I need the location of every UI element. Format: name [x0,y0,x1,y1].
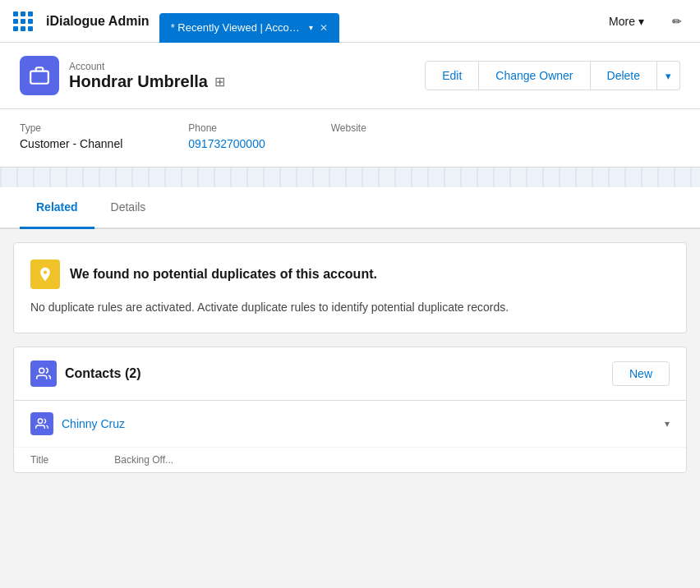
contacts-count: (2) [125,366,141,380]
dup-title: We found no potential duplicates of this… [70,267,377,282]
record-breadcrumb: Account [69,61,225,72]
account-icon [20,56,59,95]
actions-dropdown-button[interactable]: ▾ [657,61,680,90]
record-name-row: Hondrar Umbrella ⊞ [69,72,225,91]
svg-point-3 [38,419,42,423]
more-label: More [609,15,635,28]
edit-button[interactable]: Edit [425,61,479,90]
svg-point-2 [39,368,44,373]
section-divider [0,168,700,187]
contact-name[interactable]: Chinny Cruz [62,417,665,430]
contact-item-icon [30,412,53,435]
fields-row: Type Customer - Channel Phone 0917327000… [0,109,700,168]
duplicate-warning-icon [30,260,60,289]
svg-rect-0 [30,71,48,84]
website-field: Website [331,122,366,150]
more-button[interactable]: More ▾ [599,10,654,33]
contacts-title: Contacts (2) [65,366,612,381]
action-buttons: Edit Change Owner Delete ▾ [425,61,680,90]
type-field: Type Customer - Channel [20,122,122,150]
record-meta: Account Hondrar Umbrella ⊞ [69,61,225,91]
type-value: Customer - Channel [20,137,122,150]
contacts-card: Contacts (2) New Chinny Cruz ▾ Title Bac… [13,347,687,473]
contacts-section-icon [30,361,57,387]
tab-details[interactable]: Details [94,187,163,229]
app-name: iDialogue Admin [46,14,150,29]
main-content: Related Details We found no potential du… [0,187,700,473]
tab-chevron-icon[interactable]: ▾ [309,23,313,32]
hierarchy-icon[interactable]: ⊞ [214,74,225,90]
tab-label: * Recently Viewed | Accou... [171,21,302,34]
tab-bar: * Recently Viewed | Accou... ▾ ✕ [159,7,589,36]
delete-button[interactable]: Delete [591,61,657,90]
dup-header: We found no potential duplicates of this… [30,260,670,289]
content-tabs: Related Details [0,187,700,229]
grid-dots [13,11,33,31]
tab-close-icon[interactable]: ✕ [320,22,328,34]
title-field-label: Title [30,454,48,466]
phone-label: Phone [188,122,265,134]
duplicate-notice-card: We found no potential duplicates of this… [13,242,687,333]
dup-body: No duplicate rules are activated. Activa… [30,299,670,316]
change-owner-button[interactable]: Change Owner [479,61,590,90]
website-label: Website [331,122,366,134]
contact-fields-hint: Title Backing Off... [14,448,686,472]
contacts-header: Contacts (2) New [14,347,686,401]
recently-viewed-tab[interactable]: * Recently Viewed | Accou... ▾ ✕ [159,13,339,43]
global-edit-icon[interactable]: ✏ [664,8,690,34]
contact-row: Chinny Cruz ▾ [14,401,686,448]
backing-off-label: Backing Off... [114,454,173,466]
contact-row-chevron-icon[interactable]: ▾ [665,418,670,430]
record-subheader: Account Hondrar Umbrella ⊞ Edit Change O… [0,43,700,109]
more-chevron-icon: ▾ [638,15,644,28]
record-name: Hondrar Umbrella [69,72,208,91]
new-contact-button[interactable]: New [612,361,670,386]
top-nav: iDialogue Admin * Recently Viewed | Acco… [0,0,700,43]
phone-value[interactable]: 091732700000 [188,137,265,150]
app-launcher-icon[interactable] [10,8,36,34]
record-identity: Account Hondrar Umbrella ⊞ [20,56,225,95]
type-label: Type [20,122,122,134]
tab-related[interactable]: Related [20,187,94,229]
phone-field: Phone 091732700000 [188,122,265,150]
